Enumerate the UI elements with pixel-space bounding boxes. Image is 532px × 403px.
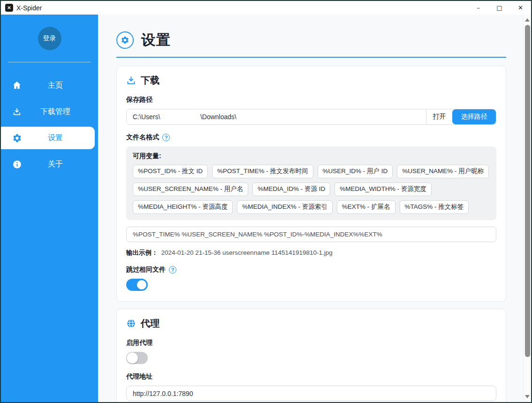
proxy-section-header: 代理 (126, 317, 496, 330)
sidebar-divider (8, 62, 91, 62)
proxy-address-label: 代理地址 (126, 373, 496, 381)
header-rule (116, 57, 506, 58)
variable-chip[interactable]: %EXT% - 扩展名 (337, 200, 395, 214)
close-button[interactable]: ✕ (510, 1, 531, 15)
variables-panel: 可用变量: %POST_ID% - 推文 ID %POST_TIME% - 推文… (126, 146, 496, 220)
sidebar-item-download-manager[interactable]: 下载管理 (1, 100, 95, 123)
open-path-button[interactable]: 打开 (426, 109, 452, 124)
app-logo-icon: ✕ (5, 4, 13, 12)
skip-same-help-icon[interactable]: ? (169, 266, 176, 274)
main-area: 设置 下载 保存路径 打开 选择路径 (98, 15, 531, 402)
window-controls: – □ ✕ (468, 1, 531, 15)
page-header: 设置 (116, 30, 506, 50)
login-button[interactable]: 登录 (38, 27, 61, 50)
variables-label: 可用变量: (133, 152, 490, 160)
proxy-address-input[interactable] (126, 386, 496, 401)
sidebar-item-about[interactable]: 关于 (1, 153, 95, 175)
enable-proxy-label: 启用代理 (126, 339, 496, 347)
download-icon (11, 106, 23, 117)
variable-chip[interactable]: %MEDIA_HEIGHT% - 资源高度 (133, 200, 233, 214)
sidebar-item-label: 关于 (23, 160, 95, 169)
scrollbar[interactable] (523, 15, 531, 402)
maximize-button[interactable]: □ (489, 1, 510, 15)
filename-format-input[interactable] (126, 227, 496, 242)
filename-format-help-icon[interactable]: ? (162, 134, 170, 141)
filename-format-label-text: 文件名格式 (126, 133, 159, 142)
variable-chip[interactable]: %MEDIA_ID% - 资源 ID (252, 182, 330, 196)
settings-page: 设置 下载 保存路径 打开 选择路径 (98, 15, 523, 402)
app-window: ✕ X-Spider – □ ✕ 登录 主页 (0, 0, 532, 403)
titlebar: ✕ X-Spider – □ ✕ (1, 1, 531, 15)
page-title: 设置 (141, 30, 171, 50)
choose-path-button[interactable]: 选择路径 (452, 109, 496, 124)
skip-same-label-text: 跳过相同文件 (126, 266, 166, 274)
save-path-group: 打开 选择路径 (126, 109, 496, 125)
scroll-thumb[interactable] (525, 25, 530, 357)
window-title: X-Spider (16, 4, 42, 12)
proxy-section-title: 代理 (141, 317, 160, 330)
info-icon (11, 159, 23, 170)
skip-same-label: 跳过相同文件 ? (126, 266, 496, 274)
globe-icon (126, 319, 136, 328)
login-area: 登录 (1, 15, 98, 62)
output-example-value: 2024-01-20 21-15-36 userscreenname 11451… (161, 249, 333, 256)
variable-chip[interactable]: %POST_TIME% - 推文发布时间 (212, 165, 313, 178)
variable-chip[interactable]: %USER_SCREEN_NAME% - 用户名 (133, 182, 248, 196)
variable-chip[interactable]: %MEDIA_INDEX% - 资源索引 (237, 200, 333, 214)
download-section-title: 下载 (141, 74, 160, 87)
skip-same-toggle[interactable] (126, 279, 148, 291)
download-section-icon (126, 76, 136, 85)
settings-gear-icon (116, 31, 134, 49)
variable-chip[interactable]: %USER_ID% - 用户 ID (318, 165, 393, 178)
variable-chip[interactable]: %USER_NAME% - 用户昵称 (397, 165, 489, 178)
output-example-label: 输出示例： (126, 249, 158, 257)
output-example: 输出示例： 2024-01-20 21-15-36 userscreenname… (126, 249, 496, 257)
app-body: 登录 主页 下载管理 (1, 15, 531, 402)
sidebar-nav: 主页 下载管理 设置 (1, 74, 98, 175)
sidebar-item-settings[interactable]: 设置 (1, 127, 95, 149)
proxy-settings-card: 代理 启用代理 代理地址 (116, 309, 506, 403)
enable-proxy-toggle[interactable] (126, 352, 148, 364)
sidebar-item-home[interactable]: 主页 (1, 74, 95, 97)
save-path-input[interactable] (127, 109, 426, 124)
minimize-button[interactable]: – (468, 1, 489, 15)
gear-icon (11, 132, 23, 144)
scroll-down-icon[interactable] (525, 395, 530, 398)
download-section-header: 下载 (126, 74, 496, 87)
variable-chip[interactable]: %TAGS% - 推文标签 (400, 200, 469, 214)
scroll-up-icon[interactable] (525, 18, 530, 22)
sidebar: 登录 主页 下载管理 (1, 15, 98, 402)
sidebar-item-label: 下载管理 (23, 107, 95, 117)
variable-chip[interactable]: %POST_ID% - 推文 ID (133, 165, 208, 178)
save-path-label: 保存路径 (126, 96, 496, 104)
variables-row: %POST_ID% - 推文 ID %POST_TIME% - 推文发布时间 %… (133, 165, 490, 178)
home-icon (11, 80, 23, 91)
filename-format-label: 文件名格式 ? (126, 133, 496, 142)
sidebar-item-label: 设置 (23, 133, 95, 143)
sidebar-item-label: 主页 (23, 81, 95, 91)
variables-row: %USER_SCREEN_NAME% - 用户名 %MEDIA_ID% - 资源… (133, 182, 490, 196)
download-settings-card: 下载 保存路径 打开 选择路径 文件名格式 ? 可用变量: (116, 66, 506, 302)
variable-chip[interactable]: %MEDIA_WIDTH% - 资源宽度 (334, 182, 432, 196)
variables-row: %MEDIA_HEIGHT% - 资源高度 %MEDIA_INDEX% - 资源… (133, 200, 490, 214)
